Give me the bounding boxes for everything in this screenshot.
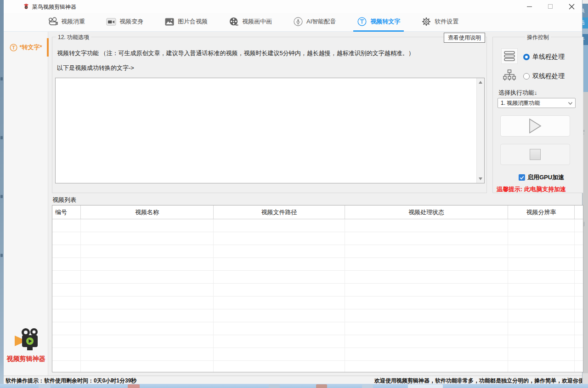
active-indicator-bar: [47, 38, 49, 57]
table-cell: [81, 219, 214, 232]
main-tab-bar: 视频消重 视频变身 图片合视频: [4, 13, 582, 32]
tab-label: AI智能配音: [306, 17, 336, 26]
status-welcome-message: 欢迎使用视频剪辑神器，软件功能非常多，功能都是独立分明的，操作简单，欢迎你使: [374, 377, 582, 384]
gpu-acceleration-checkbox[interactable]: 启用GPU加速: [519, 173, 564, 182]
table-cell: [52, 335, 81, 348]
table-cell: [345, 309, 508, 322]
table-cell: [575, 219, 583, 232]
table-cell: [345, 297, 508, 309]
transcript-textarea[interactable]: [55, 78, 485, 183]
brand-name: 视频剪辑神器: [4, 355, 48, 363]
tab-video-dedup[interactable]: 视频消重: [44, 13, 89, 32]
sidebar-item-to-text[interactable]: *转文字*: [4, 39, 48, 56]
scroll-up-arrow-icon[interactable]: [479, 81, 482, 84]
table-cell: [575, 245, 583, 257]
table-cell: [81, 271, 214, 283]
table-cell: [575, 322, 583, 335]
tab-video-to-text[interactable]: 视频转文字: [353, 13, 404, 32]
tab-label: 视频消重: [61, 17, 85, 26]
table-cell: [508, 271, 575, 283]
tab-label: 视频画中画: [242, 17, 272, 26]
scroll-down-arrow-icon[interactable]: [479, 177, 482, 180]
background-window-left-edge: [0, 0, 4, 388]
table-cell: [52, 245, 81, 257]
table-cell: [214, 309, 345, 322]
result-label: 以下是视频成功转换的文字->: [57, 64, 134, 72]
table-cell: [508, 361, 575, 372]
tab-video-transform[interactable]: 视频变身: [102, 13, 147, 32]
vertical-scrollbar[interactable]: [476, 78, 484, 183]
table-cell: [52, 322, 81, 335]
table-cell: [52, 271, 81, 283]
table-cell: [345, 284, 508, 296]
column-header-number[interactable]: 编号: [52, 205, 81, 219]
radio-selected-icon: [523, 54, 530, 60]
table-cell: [81, 245, 214, 257]
table-row: [52, 284, 583, 297]
taskbar-edge: [0, 384, 588, 388]
play-icon: [528, 118, 542, 134]
table-cell: [508, 297, 575, 309]
column-header-name[interactable]: 视频名称: [81, 205, 214, 219]
function-options-group: 12. 功能选项 查看使用说明 视频转文字功能 （注：可生成原创文章，建议导入普…: [52, 37, 487, 193]
table-cell: [52, 258, 81, 270]
table-cell: [508, 335, 575, 348]
table-cell: [214, 335, 345, 348]
table-row: [52, 245, 583, 258]
column-header-resolution[interactable]: 视频分辨率: [508, 205, 575, 219]
column-header-path[interactable]: 视频文件路径: [214, 205, 345, 219]
table-cell: [345, 232, 508, 245]
tab-settings[interactable]: 软件设置: [418, 13, 462, 32]
app-window: 菜鸟视频剪辑神器 视频消重: [4, 0, 582, 384]
maximize-button[interactable]: [540, 0, 561, 13]
table-cell: [575, 361, 583, 372]
single-thread-icon: [501, 48, 518, 64]
column-header-status[interactable]: 视频处理状态: [345, 205, 508, 219]
table-cell: [345, 322, 508, 335]
view-instructions-button[interactable]: 查看使用说明: [444, 33, 485, 43]
select-function-label: 选择执行功能↓: [498, 89, 537, 97]
table-cell: [214, 258, 345, 270]
tab-label: 软件设置: [435, 17, 458, 26]
table-cell: [81, 322, 214, 335]
table-row: [52, 335, 583, 348]
table-cell: [52, 219, 81, 232]
table-cell: [508, 232, 575, 245]
video-camera-logo-icon: [12, 328, 40, 352]
radio-single-thread[interactable]: 单线程处理: [523, 53, 565, 61]
table-cell: [345, 348, 508, 360]
function-select[interactable]: 1. 视频消重功能: [498, 98, 576, 108]
sidebar: *转文字* 视频剪辑神器: [4, 32, 48, 376]
table-cell: [52, 297, 81, 309]
table-cell: [52, 348, 81, 360]
operation-control-group: 操作控制 单线程处理 双线程处理 选择执行功能↓: [492, 37, 583, 193]
table-cell: [81, 348, 214, 360]
dual-thread-icon: [501, 68, 518, 83]
stop-button[interactable]: [500, 144, 570, 165]
tab-image-to-video[interactable]: 图片合视频: [161, 13, 211, 32]
table-cell: [575, 258, 583, 270]
table-cell: [575, 271, 583, 283]
function-select-value: 1. 视频消重功能: [501, 99, 540, 107]
table-cell: [52, 284, 81, 296]
movie-camera-icon: [48, 17, 58, 26]
table-cell: [214, 297, 345, 309]
minimize-button[interactable]: [519, 0, 540, 13]
title-bar[interactable]: 菜鸟视频剪辑神器: [4, 0, 582, 13]
film-reel-icon: [229, 17, 239, 26]
table-cell: [214, 271, 345, 283]
column-header-filler: [575, 205, 583, 219]
table-cell: [508, 258, 575, 270]
gear-icon: [421, 17, 431, 26]
tab-picture-in-picture[interactable]: 视频画中画: [225, 13, 276, 32]
table-cell: [81, 335, 214, 348]
start-button[interactable]: [500, 115, 570, 137]
radio-dual-thread[interactable]: 双线程处理: [523, 72, 565, 80]
app-brand: 视频剪辑神器: [4, 328, 48, 363]
close-button[interactable]: [561, 0, 582, 13]
table-cell: [575, 309, 583, 322]
table-cell: [508, 219, 575, 232]
tab-ai-voiceover[interactable]: AI智能配音: [289, 13, 339, 32]
table-row: [52, 309, 583, 322]
table-cell: [345, 219, 508, 232]
